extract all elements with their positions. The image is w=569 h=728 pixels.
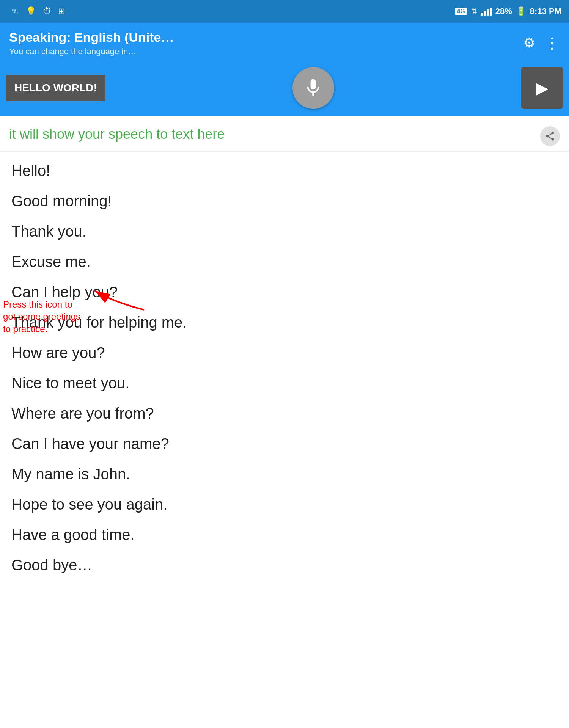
app-bar-title-area: Speaking: English (Unite… You can change… [9,30,523,56]
list-item: Can I have your name? [11,428,558,459]
status-bar: ☜ 💡 ⏱ ⊞ 4G ⇅ 28% 🔋 8:13 PM [0,0,569,23]
hello-world-button[interactable]: HELLO WORLD! [6,75,105,101]
list-item: How are you? [11,337,558,368]
time-display: 8:13 PM [530,6,561,16]
list-item: My name is John. [11,459,558,489]
list-item: Where are you from? [11,398,558,428]
signal-arrows: ⇅ [471,7,477,16]
bulb-icon: 💡 [26,6,36,16]
play-button[interactable]: ▶ [521,67,563,109]
list-item: Good bye… [11,550,558,580]
status-right: 4G ⇅ 28% 🔋 8:13 PM [455,6,561,16]
app-bar-icons: ⚙ ⋮ [523,34,560,52]
list-item: Excuse me. [11,246,558,277]
mic-icon [303,77,324,98]
settings-icon[interactable]: ⚙ [523,35,535,51]
list-item: Have a good time. [11,519,558,550]
microphone-button[interactable] [292,67,334,109]
annotation-text: Press this icon to get some greetings to… [0,298,87,335]
sync-icon: ⏱ [43,6,51,16]
app-bar-subtitle: You can change the language in… [9,47,523,56]
list-item: Thank you. [11,216,558,246]
speech-text-area: it will show your speech to text here [0,116,569,152]
share-icon [545,131,555,141]
play-icon: ▶ [536,78,549,97]
list-item: Can I help you? [11,277,558,307]
share-button[interactable] [540,126,560,146]
grid-icon: ⊞ [58,6,65,16]
main-content: Press this icon to get some greetings to… [0,116,569,584]
battery-icon: 🔋 [516,6,526,16]
toolbar-row: HELLO WORLD! ▶ [0,63,569,116]
touch-icon: ☜ [11,6,19,16]
list-item: Hope to see you again. [11,489,558,519]
speech-text-display: it will show your speech to text here [9,125,536,144]
more-options-icon[interactable]: ⋮ [544,34,560,52]
list-item: Thank you for helping me. [11,307,558,337]
4g-badge: 4G [455,8,466,15]
list-item: Good morning! [11,186,558,216]
signal-bars [481,7,492,16]
battery-percent: 28% [495,6,512,16]
list-item: Nice to meet you. [11,368,558,398]
status-icons: ☜ 💡 ⏱ ⊞ [11,6,65,16]
list-item: Hello! [11,155,558,186]
app-bar-title: Speaking: English (Unite… [9,30,523,45]
app-bar: Speaking: English (Unite… You can change… [0,23,569,63]
greetings-list: Hello!Good morning!Thank you.Excuse me.C… [0,152,569,584]
